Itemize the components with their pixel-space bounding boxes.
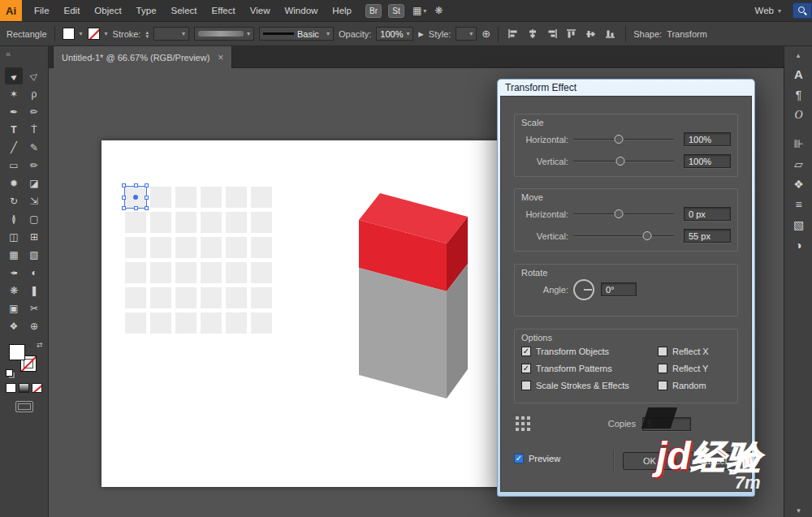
grid-square[interactable] <box>201 262 222 283</box>
shaper-tool[interactable]: ✹ <box>5 174 23 192</box>
width-tool[interactable]: ≬ <box>5 210 23 227</box>
menu-object[interactable]: Object <box>87 0 128 21</box>
free-transform-tool[interactable]: ▢ <box>25 210 43 227</box>
hand-tool[interactable]: ❖ <box>5 317 23 334</box>
align-vertical-top-button[interactable] <box>564 27 579 41</box>
align-horizontal-left-button[interactable] <box>506 27 520 41</box>
grid-square[interactable] <box>201 287 222 308</box>
option-reflect-x[interactable]: Reflect X <box>658 347 731 356</box>
column-graph-tool[interactable]: ❚ <box>25 282 43 299</box>
dialog-title[interactable]: Transform Effect <box>500 80 752 96</box>
grid-square[interactable] <box>175 262 197 283</box>
grid-square[interactable] <box>125 187 146 208</box>
grid-square[interactable] <box>150 187 171 208</box>
grid-square[interactable] <box>150 262 171 283</box>
move-vertical-value[interactable]: 55 px <box>684 229 731 243</box>
menu-help[interactable]: Help <box>325 0 359 21</box>
grid-square[interactable] <box>226 262 247 283</box>
option-reflect-y[interactable]: Reflect Y <box>658 364 731 373</box>
grid-square[interactable] <box>150 237 171 258</box>
document-tab[interactable]: Untitled-1* @ 66.67% (RGB/Preview) × <box>53 46 232 68</box>
grid-square[interactable] <box>175 212 197 233</box>
menu-view[interactable]: View <box>243 0 278 21</box>
none-button[interactable] <box>32 383 42 393</box>
checkbox[interactable]: ✓ <box>521 364 531 373</box>
scale-vertical-value[interactable]: 100% <box>684 154 731 168</box>
lasso-tool[interactable]: ρ <box>25 85 43 102</box>
menu-select[interactable]: Select <box>164 0 205 21</box>
grid-square[interactable] <box>150 287 171 308</box>
menu-file[interactable]: File <box>27 0 57 21</box>
preview-checkbox[interactable]: ✓ <box>514 454 524 463</box>
option-transform-patterns[interactable]: ✓Transform Patterns <box>521 364 658 373</box>
align-panel[interactable]: ⊪ <box>784 133 812 153</box>
gradient-tool[interactable]: ▧ <box>25 246 43 263</box>
bridge-button[interactable]: Br <box>365 4 382 18</box>
grid-square[interactable] <box>251 237 272 258</box>
arrange-documents-button[interactable]: ▦▾ <box>412 5 426 16</box>
selection-handle[interactable] <box>122 196 126 200</box>
checkbox[interactable] <box>521 381 531 390</box>
grid-square[interactable] <box>226 187 247 208</box>
fill-color-swatch[interactable] <box>63 28 75 40</box>
workspace-switcher[interactable]: Web▾ <box>755 6 781 15</box>
grid-square[interactable] <box>175 237 197 258</box>
grid-square[interactable] <box>201 312 222 334</box>
grid-square[interactable] <box>251 187 272 208</box>
line-segment-tool[interactable]: ╱ <box>5 139 23 156</box>
checkbox[interactable] <box>658 364 667 373</box>
option-scale-strokes-effects[interactable]: Scale Strokes & Effects <box>521 381 658 390</box>
menu-type[interactable]: Type <box>129 0 164 21</box>
checkbox[interactable] <box>658 381 667 390</box>
grid-square[interactable] <box>226 237 247 258</box>
grid-square[interactable] <box>125 287 146 308</box>
paintbrush-tool[interactable]: ✎ <box>25 139 43 156</box>
direct-selection-tool[interactable]: ▷ <box>25 67 43 84</box>
grid-square[interactable] <box>125 262 146 283</box>
touch-type-tool[interactable]: Ṫ <box>25 121 43 138</box>
grid-square[interactable] <box>226 312 247 334</box>
shape-builder-tool[interactable]: ◫ <box>5 228 23 245</box>
angle-value[interactable]: 0° <box>601 282 637 296</box>
type-tool[interactable]: T <box>5 121 23 138</box>
artboard-tool[interactable]: ▣ <box>5 299 23 317</box>
pathfinder-panel[interactable]: ❖ <box>784 174 812 194</box>
pencil-tool[interactable]: ✏ <box>25 157 43 174</box>
mesh-tool[interactable]: ▦ <box>5 246 23 263</box>
grid-square[interactable] <box>175 287 197 308</box>
grid-square[interactable] <box>201 187 222 208</box>
grid-square[interactable] <box>201 212 222 233</box>
collapse-tools-icon[interactable]: « <box>0 46 48 64</box>
character-panel[interactable]: A <box>784 64 812 84</box>
option-transform-objects[interactable]: ✓Transform Objects <box>521 347 658 356</box>
panel-scroll-up[interactable]: ▴ <box>784 46 812 64</box>
selection-handle[interactable] <box>134 183 138 187</box>
selection-handle[interactable] <box>145 196 149 200</box>
move-horizontal-value[interactable]: 0 px <box>684 207 731 221</box>
stroke-color-swatch[interactable] <box>88 28 100 40</box>
globe-icon[interactable]: ⊕ <box>482 28 490 40</box>
scale-horizontal-knob[interactable] <box>614 135 623 144</box>
swap-fill-stroke-icon[interactable]: ⇄ <box>37 341 43 349</box>
scale-vertical-slider[interactable] <box>573 157 674 166</box>
eraser-tool[interactable]: ◪ <box>25 174 43 192</box>
scale-horizontal-slider[interactable] <box>573 135 674 144</box>
default-fill-stroke-icon[interactable] <box>6 369 13 377</box>
menu-effect[interactable]: Effect <box>205 0 243 21</box>
opacity-field[interactable]: 100%▾ <box>376 27 413 41</box>
tab-close-button[interactable]: × <box>218 52 223 63</box>
brush-definition-dropdown[interactable]: Basic▾ <box>259 27 334 41</box>
eyedropper-tool[interactable]: ✒ <box>5 264 23 281</box>
slice-tool[interactable]: ✂ <box>25 299 43 317</box>
panel-scroll-down[interactable]: ▾ <box>784 506 812 515</box>
reference-point-grid[interactable] <box>516 416 530 431</box>
grid-square[interactable] <box>150 212 171 233</box>
align-vertical-center-button[interactable] <box>584 27 598 41</box>
selection-handle[interactable] <box>134 206 138 210</box>
stock-button[interactable]: St <box>388 4 404 18</box>
grid-square[interactable] <box>125 237 146 258</box>
transparency-panel[interactable]: ◑ <box>784 235 812 255</box>
color-button[interactable] <box>6 383 16 393</box>
stroke-weight-dropdown[interactable]: ▾ <box>153 27 189 41</box>
grid-square[interactable] <box>251 262 272 283</box>
